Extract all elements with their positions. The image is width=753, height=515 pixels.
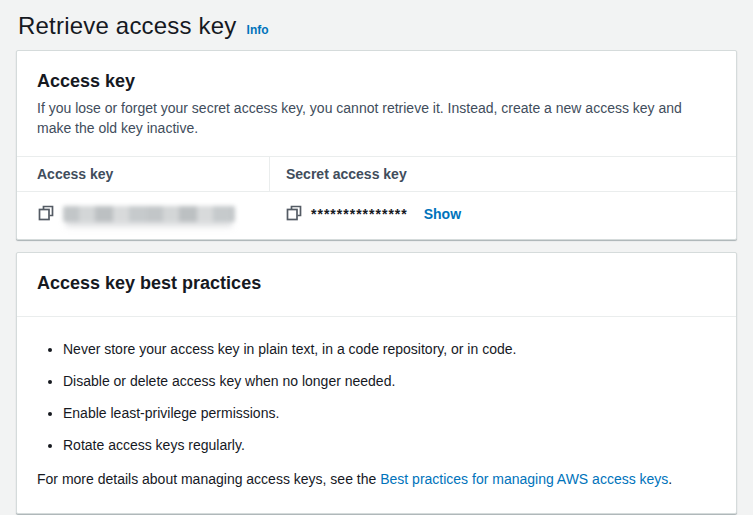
copy-icon xyxy=(286,205,302,224)
best-practices-link[interactable]: Best practices for managing AWS access k… xyxy=(380,471,668,487)
column-header-secret-access-key: Secret access key xyxy=(269,157,716,191)
table-row: *************** Show xyxy=(17,192,736,239)
access-key-table-header: Access key Secret access key xyxy=(17,156,736,192)
page-title: Retrieve access key xyxy=(18,12,237,40)
best-practices-list: Never store your access key in plain tex… xyxy=(37,339,716,455)
secret-access-key-cell: *************** Show xyxy=(269,205,716,223)
list-item: Never store your access key in plain tex… xyxy=(63,339,716,359)
best-practices-card-header: Access key best practices xyxy=(17,253,736,317)
best-practices-card: Access key best practices Never store yo… xyxy=(16,252,737,514)
show-secret-button[interactable]: Show xyxy=(424,206,461,222)
footer-text-before: For more details about managing access k… xyxy=(37,471,380,487)
best-practices-card-body: Never store your access key in plain tex… xyxy=(17,317,736,513)
best-practices-card-title: Access key best practices xyxy=(37,273,716,294)
access-key-cell xyxy=(37,205,269,223)
copy-icon xyxy=(38,205,54,224)
masked-secret-value: *************** xyxy=(311,206,408,222)
column-header-access-key: Access key xyxy=(37,157,269,191)
retrieve-access-key-page: Retrieve access key Info Access key If y… xyxy=(0,0,753,514)
redacted-access-key-value xyxy=(63,206,235,222)
list-item: Enable least-privilege permissions. xyxy=(63,403,716,423)
access-key-card-description: If you lose or forget your secret access… xyxy=(37,98,716,138)
page-header: Retrieve access key Info xyxy=(16,10,737,50)
info-link[interactable]: Info xyxy=(247,23,269,37)
list-item: Rotate access keys regularly. xyxy=(63,435,716,455)
access-key-card-title: Access key xyxy=(37,71,716,92)
footer-text-after: . xyxy=(668,471,672,487)
access-key-card: Access key If you lose or forget your se… xyxy=(16,50,737,240)
list-item: Disable or delete access key when no lon… xyxy=(63,371,716,391)
copy-access-key-button[interactable] xyxy=(37,205,55,223)
access-key-card-header: Access key If you lose or forget your se… xyxy=(17,51,736,156)
copy-secret-key-button[interactable] xyxy=(285,205,303,223)
best-practices-footer: For more details about managing access k… xyxy=(37,469,716,489)
